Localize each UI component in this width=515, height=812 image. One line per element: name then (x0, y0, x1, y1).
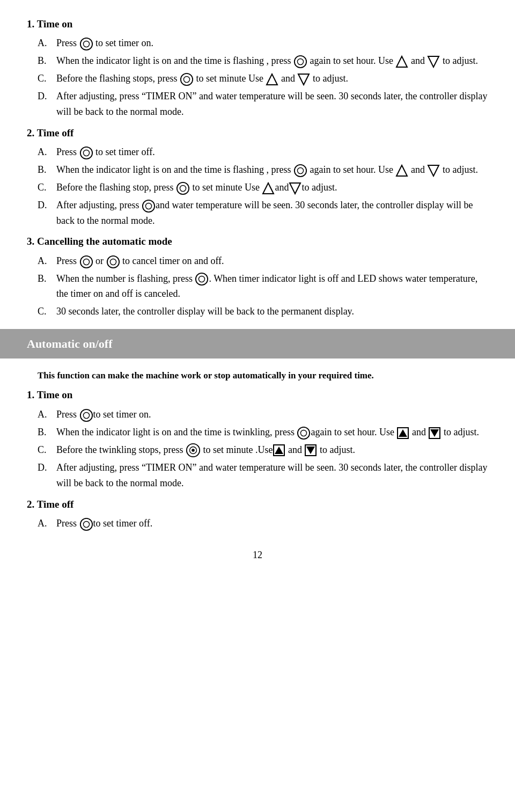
circle-icon-3b (195, 272, 209, 286)
gray-banner: Automatic on/off (0, 329, 515, 359)
item-label-b1c: C. (38, 442, 56, 458)
circle-icon-b1a (79, 408, 93, 422)
section-3-cancel: 3. Cancelling the automatic mode A. Pres… (27, 233, 488, 319)
item-label-1a: A. (38, 35, 56, 51)
item-content-b1a: Press to set timer on. (56, 407, 488, 422)
circle-icon-2a (79, 146, 93, 160)
page-number: 12 (27, 547, 488, 563)
tri-up-icon-1b (395, 55, 408, 68)
item-b1c: C. Before the twinkling stops, press to … (27, 442, 488, 458)
item-label-2b: B. (38, 162, 56, 178)
sq-down-icon-b1b (428, 427, 441, 440)
item-label-b1d: D. (38, 460, 56, 491)
item-b2a: A. Press to set timer off. (27, 516, 488, 531)
section-header-3: 3. Cancelling the automatic mode (27, 233, 488, 250)
page-content: 1. Time on A. Press to set timer on. B. … (27, 16, 488, 563)
item-content-2c: Before the flashing stop, press to set m… (56, 180, 488, 195)
circle-icon-2c (176, 181, 190, 195)
item-3b: B. When the number is flashing, press . … (27, 271, 488, 302)
item-content-2a: Press to set timer off. (56, 144, 488, 160)
item-2b: B. When the indicator light is on and th… (27, 162, 488, 178)
item-1a: A. Press to set timer on. (27, 35, 488, 51)
item-content-2d: After adjusting, press and water tempera… (56, 197, 488, 229)
section-header-bottom-1: 1. Time on (27, 387, 488, 403)
item-content-3b: When the number is flashing, press . Whe… (56, 271, 488, 302)
circle-icon-1b (293, 55, 307, 69)
item-content-1d: After adjusting, press “TIMER ON” and wa… (56, 89, 488, 120)
item-label-3c: C. (38, 304, 56, 319)
item-content-b1c: Before the twinkling stops, press to set… (56, 442, 488, 458)
item-content-1c: Before the flashing stops, press to set … (56, 71, 488, 86)
item-label-3a: A. (38, 253, 56, 269)
item-1b: B. When the indicator light is on and th… (27, 53, 488, 69)
item-1c: C. Before the flashing stops, press to s… (27, 71, 488, 86)
item-3c: C. 30 seconds later, the controller disp… (27, 304, 488, 319)
item-label-1b: B. (38, 53, 56, 69)
circle-icon-1c (180, 72, 194, 86)
item-content-b2a: Press to set timer off. (56, 516, 488, 531)
tri-up-icon-1c (266, 73, 278, 86)
sq-up-icon-b1c (273, 444, 285, 457)
section-2-time-off: 2. Time off A. Press to set timer off. B… (27, 125, 488, 229)
tri-down-icon-1c (297, 73, 310, 86)
section-header-bottom-2: 2. Time off (27, 496, 488, 513)
circle-icon-b2a (79, 517, 93, 531)
item-label-b1a: A. (38, 407, 56, 422)
item-1d: D. After adjusting, press “TIMER ON” and… (27, 89, 488, 120)
item-content-3c: 30 seconds later, the controller display… (56, 304, 488, 319)
item-label-1d: D. (38, 89, 56, 120)
circle-icon-1a (79, 37, 93, 51)
circle-icon-2d (142, 199, 156, 213)
section-1-time-on: 1. Time on A. Press to set timer on. B. … (27, 16, 488, 120)
item-label-b1b: B. (38, 425, 56, 440)
item-content-2b: When the indicator light is on and the t… (56, 162, 488, 178)
item-b1d: D. After adjusting, press “TIMER ON” and… (27, 460, 488, 491)
item-label-2d: D. (38, 197, 56, 229)
item-3a: A. Press or to cancel timer on and off. (27, 253, 488, 269)
circle-icon-2b (293, 164, 307, 178)
dbl-circle-icon-b1c (186, 443, 201, 458)
section-header-1: 1. Time on (27, 16, 488, 32)
tri-down-icon-2b (427, 164, 440, 177)
item-content-b1b: When the indicator light is on and the t… (56, 425, 488, 440)
item-label-b2a: A. (38, 516, 56, 531)
item-2a: A. Press to set timer off. (27, 144, 488, 160)
circle-icon-b1b (297, 426, 311, 440)
circle-icon-3a1 (79, 255, 93, 269)
item-label-3b: B. (38, 271, 56, 302)
circle-icon-3a2 (106, 255, 120, 269)
sq-up-icon-b1b (396, 427, 409, 440)
item-label-2a: A. (38, 144, 56, 160)
tri-down-icon-1b (427, 55, 440, 68)
item-content-1b: When the indicator light is on and the t… (56, 53, 488, 69)
tri-up-icon-2b (395, 164, 408, 177)
section-bottom-2-time-off: 2. Time off A. Press to set timer off. (27, 496, 488, 531)
tri-down-icon-2c (289, 182, 301, 195)
sq-down-icon-b1c (304, 444, 317, 457)
tri-up-icon-2c (262, 182, 275, 195)
section-header-2: 2. Time off (27, 125, 488, 141)
item-content-b1d: After adjusting, press “TIMER ON” and wa… (56, 460, 488, 491)
item-b1a: A. Press to set timer on. (27, 407, 488, 422)
section-bottom-1-time-on: 1. Time on A. Press to set timer on. B. … (27, 387, 488, 491)
item-content-3a: Press or to cancel timer on and off. (56, 253, 488, 269)
item-b1b: B. When the indicator light is on and th… (27, 425, 488, 440)
item-2d: D. After adjusting, press and water temp… (27, 197, 488, 229)
banner-note: This function can make the machine work … (27, 368, 488, 383)
item-label-2c: C. (38, 180, 56, 195)
item-2c: C. Before the flashing stop, press to se… (27, 180, 488, 195)
item-content-1a: Press to set timer on. (56, 35, 488, 51)
item-label-1c: C. (38, 71, 56, 86)
